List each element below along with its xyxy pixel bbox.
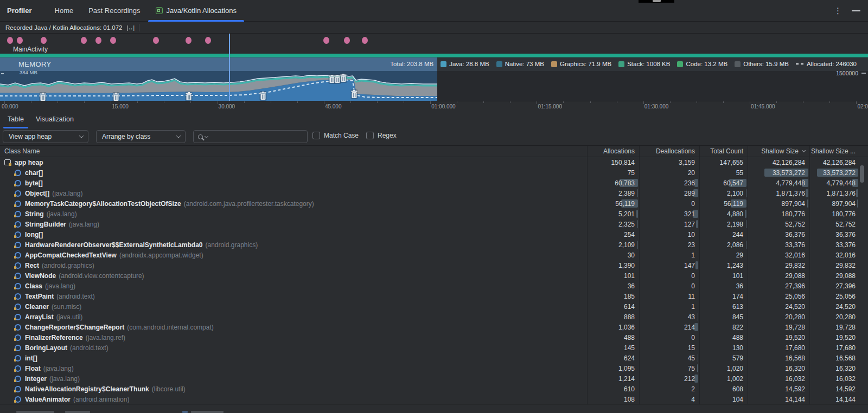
- axis-tick: [750, 101, 750, 104]
- column-header-allocations[interactable]: Allocations: [587, 146, 639, 157]
- legend-item: Code: 13.2 MB: [677, 61, 727, 67]
- minimize-icon[interactable]: [852, 10, 860, 11]
- axis-tick: [58, 101, 58, 103]
- allocation-event-dot: [344, 37, 350, 44]
- heap-select[interactable]: View app heap: [3, 130, 88, 143]
- tab-visualization[interactable]: Visualization: [31, 109, 78, 129]
- cell-value: 0: [639, 281, 699, 291]
- class-icon: [15, 180, 21, 186]
- class-icon: [15, 231, 21, 238]
- memory-chart[interactable]: [0, 71, 868, 101]
- cell-value: 29,832: [748, 260, 809, 270]
- package-name: (java.lang.ref): [86, 334, 125, 341]
- column-header-class-name[interactable]: Class Name: [0, 146, 587, 157]
- cell-value: 488: [587, 332, 639, 343]
- cell-value: 845: [699, 312, 748, 322]
- view-tabs: Table Visualization: [0, 109, 868, 129]
- cell-value: 32,016: [748, 250, 809, 260]
- cell-value: 150,814: [587, 157, 639, 167]
- activity-lifecycle-bar: [0, 54, 868, 57]
- tool-window-title: Profiler: [7, 7, 32, 15]
- gc-trash-icon: [340, 73, 347, 83]
- table-row[interactable]: String(java.lang)5,2013214,880180,776180…: [0, 209, 868, 219]
- table-row[interactable]: ChangeReporter$ChangeReport(com.android.…: [0, 322, 868, 332]
- tab-past-recordings[interactable]: Past Recordings: [81, 0, 148, 22]
- table-row[interactable]: Integer(java.lang)1,2142121,00216,03216,…: [0, 373, 868, 384]
- table-row[interactable]: TextPaint(android.text)1851117425,05625,…: [0, 291, 868, 301]
- kebab-menu-icon[interactable]: ⋮: [834, 6, 842, 16]
- table-row[interactable]: StringBuilder(java.lang)2,3251272,19852,…: [0, 219, 868, 229]
- axis-tick: [483, 101, 484, 103]
- table-row[interactable]: char[]75205533,573,27233,573,272: [0, 167, 868, 178]
- cell-value: 1,214: [587, 373, 639, 384]
- value-bar: [746, 241, 746, 249]
- table-row[interactable]: ViewNode(android.view.contentcapture)101…: [0, 270, 868, 281]
- column-header-deallocations[interactable]: Deallocations: [639, 146, 699, 157]
- table-row[interactable]: AppCompatCheckedTextView(androidx.appcom…: [0, 250, 868, 260]
- table-row[interactable]: MemoryTaskCategory$AllocationTestObjectO…: [0, 198, 868, 209]
- axis-tick: [271, 101, 271, 103]
- table-row[interactable]: Class(java.lang)3603627,39627,396: [0, 281, 868, 291]
- table-row[interactable]: Float(java.lang)1,095751,02016,32016,320: [0, 363, 868, 373]
- table-row[interactable]: Rect(android.graphics)1,3901471,24329,83…: [0, 260, 868, 270]
- table-row[interactable]: FinalizerReference(java.lang.ref)4880488…: [0, 332, 868, 343]
- vertical-scrollbar-thumb[interactable]: [860, 165, 864, 183]
- value-bar: [697, 364, 698, 372]
- table-row[interactable]: int[]6244557916,56816,568: [0, 353, 868, 363]
- value-bar: [698, 313, 698, 321]
- cell-value: 52,752: [809, 219, 868, 229]
- arrange-select[interactable]: Arrange by class: [96, 130, 186, 143]
- class-name: ValueAnimator: [25, 396, 71, 403]
- cell-value: 0: [639, 198, 699, 209]
- cell-value: 897,904: [748, 198, 809, 209]
- package-name: (androidx.appcompat.widget): [119, 251, 203, 259]
- table-row[interactable]: HardwareRendererObserver$$ExternalSynthe…: [0, 240, 868, 250]
- tab-table[interactable]: Table: [3, 109, 28, 129]
- column-header-total-count[interactable]: Total Count: [699, 146, 748, 157]
- cell-value: 42,126,284: [809, 157, 868, 167]
- table-row[interactable]: byte[]60,78323660,5474,779,4484,779,448: [0, 178, 868, 188]
- cell-value: 36,376: [809, 229, 868, 240]
- table-row[interactable]: Object[](java.lang)2,3892892,1001,871,37…: [0, 188, 868, 198]
- chevron-down-icon: [79, 133, 84, 138]
- partial-table-row[interactable]: [0, 404, 868, 413]
- tab-home[interactable]: Home: [47, 0, 81, 22]
- table-row[interactable]: app heap150,8143,159147,65542,126,28442,…: [0, 157, 868, 167]
- column-header-shallow-size-2[interactable]: Shallow Size ...: [809, 146, 868, 157]
- event-timeline[interactable]: MainActivity: [0, 34, 868, 54]
- table-row[interactable]: NativeAllocationRegistry$CleanerThunk(li…: [0, 384, 868, 394]
- table-row[interactable]: Cleaner(sun.misc)614161324,52024,520: [0, 301, 868, 312]
- cell-value: 29,832: [809, 260, 868, 270]
- cell-value: 29: [699, 250, 748, 260]
- column-header-shallow-size[interactable]: Shallow Size: [748, 146, 809, 157]
- zoom-to-selection-button[interactable]: |↔|: [126, 24, 134, 31]
- table-header: Class Name Allocations Deallocations Tot…: [0, 145, 868, 157]
- cell-value: 488: [699, 332, 748, 343]
- allocation-event-dot: [323, 37, 329, 44]
- package-name: (android.animation): [73, 396, 129, 403]
- cell-value: 610: [587, 384, 639, 394]
- value-bar: [637, 241, 638, 249]
- table-row[interactable]: ArrayList(java.util)8884384520,28020,280: [0, 312, 868, 322]
- cell-value: 14,592: [748, 384, 809, 394]
- cell-value: 185: [587, 291, 639, 301]
- search-input[interactable]: [193, 130, 308, 143]
- memory-section[interactable]: MEMORY 384 MB Total: 203.8 MBJava: 28.8 …: [0, 57, 868, 101]
- selection-region-header[interactable]: [0, 57, 437, 71]
- regex-checkbox[interactable]: Regex: [366, 132, 397, 139]
- cell-value: 180,776: [748, 209, 809, 219]
- match-case-checkbox[interactable]: Match Case: [312, 132, 359, 139]
- axis-tick: [617, 101, 617, 103]
- tab-java-kotlin-allocations[interactable]: Java/Kotlin Allocations: [148, 0, 244, 22]
- profiler-window: Profiler Home Past Recordings Java/Kotli…: [0, 0, 868, 413]
- cell-value: 14,144: [748, 394, 809, 404]
- axis-tick: [670, 101, 671, 103]
- class-icon: [15, 211, 21, 217]
- table-row[interactable]: BoringLayout(android.text)1451513017,680…: [0, 343, 868, 353]
- class-name: ChangeReporter$ChangeReport: [25, 324, 124, 331]
- cell-value: 2,389: [587, 188, 639, 198]
- table-row[interactable]: ValueAnimator(android.animation)10841041…: [0, 394, 868, 404]
- playhead-line[interactable]: [229, 34, 230, 101]
- table-row[interactable]: long[]2541024436,37636,376: [0, 229, 868, 240]
- cell-value: 101: [587, 270, 639, 281]
